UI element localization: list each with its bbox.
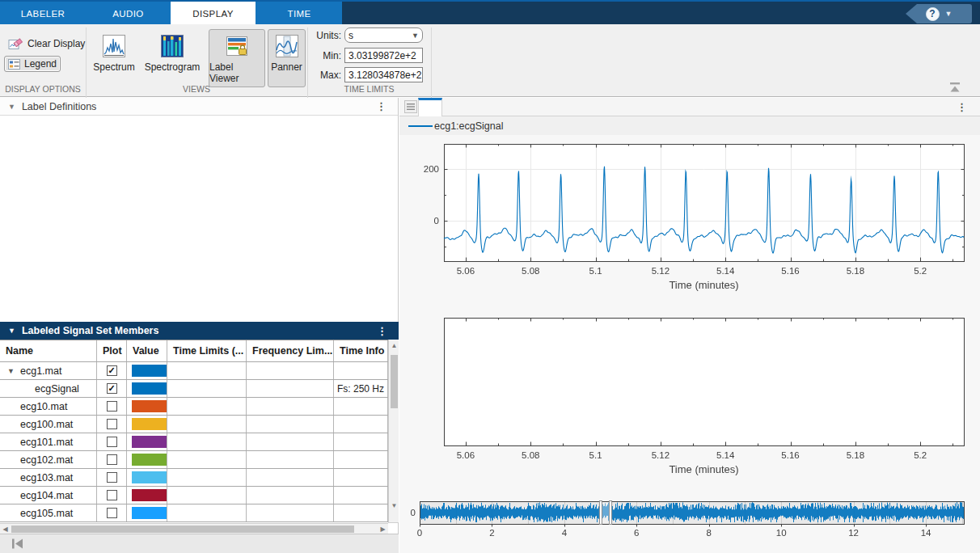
column-header-name[interactable]: Name — [0, 340, 97, 361]
panner-button[interactable]: Panner — [268, 29, 306, 87]
color-swatch[interactable] — [132, 454, 167, 466]
max-time-input[interactable]: 3.128034878e+2 — [344, 67, 423, 82]
spectrum-button[interactable]: Spectrum — [91, 29, 137, 87]
scroll-up-arrow-icon[interactable]: ▲ — [389, 340, 399, 351]
table-horizontal-scrollbar[interactable]: ◀ ▶ — [0, 523, 388, 534]
value-cell — [127, 433, 167, 450]
name-cell[interactable]: ecg104.mat — [0, 487, 97, 504]
plot-cell — [97, 451, 127, 468]
clear-display-button[interactable]: Clear Display — [4, 35, 89, 53]
minimize-ribbon-button[interactable] — [948, 82, 962, 93]
plot-checkbox[interactable] — [107, 490, 117, 500]
tab-display[interactable]: DISPLAY — [171, 2, 256, 26]
labeled-signal-set-members-header[interactable]: ▼ Labeled Signal Set Members ⋮ — [0, 322, 399, 340]
table-header-row: NamePlotValueTime Limits (...Frequency L… — [0, 340, 388, 362]
vertical-scroll-thumb[interactable] — [391, 355, 398, 408]
time-limits-cell — [167, 451, 247, 468]
ecg-signal-plot[interactable] — [399, 135, 980, 310]
plot-checkbox[interactable] — [107, 454, 117, 465]
spectrogram-button[interactable]: Spectrogram — [139, 29, 205, 87]
list-icon — [407, 103, 415, 110]
table-row[interactable]: ecg100.mat — [0, 416, 388, 433]
color-swatch[interactable] — [132, 382, 167, 395]
table-row[interactable]: ecg103.mat — [0, 469, 388, 487]
scroll-down-arrow-icon[interactable]: ▼ — [389, 500, 399, 511]
table-row[interactable]: ecg101.mat — [0, 433, 388, 451]
table-row[interactable]: ecg10.mat — [0, 398, 388, 416]
time-limits-cell — [167, 487, 247, 504]
time-limits-cell — [167, 504, 247, 521]
time-info-cell — [334, 416, 388, 433]
table-row[interactable]: ▼ecg1.mat✓ — [0, 362, 388, 380]
time-info-cell — [334, 433, 388, 450]
plot-checkbox[interactable]: ✓ — [107, 383, 117, 394]
column-header-value[interactable]: Value — [127, 340, 167, 361]
column-header-time-info[interactable]: Time Info — [334, 340, 388, 361]
panel-menu-icon[interactable]: ⋮ — [376, 100, 387, 112]
column-header-frequency-limits[interactable]: Frequency Lim... — [247, 340, 334, 361]
spectrum-label: Spectrum — [93, 61, 134, 73]
plot-checkbox[interactable] — [107, 401, 117, 412]
legend-icon — [8, 59, 20, 70]
color-swatch[interactable] — [132, 489, 167, 501]
ribbon: Clear Display Legend DISPLAY OPTIONS Spe… — [0, 24, 980, 97]
table-row[interactable]: ecgSignal✓Fs: 250 Hz — [0, 380, 388, 398]
name-cell[interactable]: ecg10.mat — [0, 398, 97, 415]
plot-panel-menu-icon[interactable]: ⋮ — [957, 101, 967, 113]
plot-checkbox[interactable] — [107, 437, 117, 447]
tab-time[interactable]: TIME — [256, 2, 343, 26]
time-limits-cell — [167, 362, 247, 379]
time-info-cell — [334, 362, 388, 379]
clear-display-label: Clear Display — [27, 38, 85, 49]
plot-checkbox[interactable] — [107, 472, 117, 483]
horizontal-scroll-thumb[interactable] — [11, 526, 354, 533]
label-viewer-button[interactable]: Label Viewer — [209, 29, 265, 87]
tab-audio[interactable]: AUDIO — [86, 2, 171, 26]
plot-checkbox[interactable] — [107, 419, 117, 429]
column-header-plot[interactable]: Plot — [97, 340, 127, 361]
label-definitions-title: Label Definitions — [22, 101, 96, 112]
tab-labeler[interactable]: LABELER — [0, 2, 86, 26]
plot-checkbox[interactable] — [107, 508, 117, 518]
color-swatch[interactable] — [132, 418, 167, 430]
name-cell[interactable]: ecg102.mat — [0, 451, 97, 468]
collapse-panel-icon[interactable] — [11, 538, 23, 549]
table-row[interactable]: ecg104.mat — [0, 487, 388, 504]
table-vertical-scrollbar[interactable]: ▲ ▼ — [388, 340, 399, 523]
plot-tab-strip: ⋮ — [399, 98, 980, 116]
panner-overview-plot[interactable] — [399, 485, 980, 553]
color-swatch[interactable] — [132, 436, 167, 448]
value-cell — [127, 362, 167, 379]
color-swatch[interactable] — [132, 471, 167, 483]
clear-display-icon — [8, 37, 23, 50]
panner-icon — [275, 34, 299, 58]
table-row[interactable]: ecg102.mat — [0, 451, 388, 469]
name-cell[interactable]: ecg103.mat — [0, 469, 97, 486]
section-views: VIEWS — [86, 84, 307, 94]
column-header-time-limits[interactable]: Time Limits (... — [167, 340, 247, 361]
label-definitions-header[interactable]: ▼ Label Definitions ⋮ — [0, 98, 398, 116]
name-cell[interactable]: ecgSignal — [0, 380, 97, 397]
min-time-input[interactable]: 3.03199872e+2 — [344, 48, 423, 63]
value-cell — [127, 416, 167, 433]
spectrogram-icon — [160, 34, 184, 58]
help-button[interactable]: ? ▼ — [906, 4, 972, 23]
time-limits-cell — [167, 398, 247, 415]
label-viewer-axes[interactable] — [399, 310, 980, 485]
value-cell — [127, 504, 167, 521]
table-row[interactable]: ecg105.mat — [0, 504, 388, 522]
tab-list-button[interactable] — [404, 100, 417, 113]
name-cell[interactable]: ecg100.mat — [0, 416, 97, 433]
color-swatch[interactable] — [132, 400, 167, 412]
name-cell[interactable]: ecg101.mat — [0, 433, 97, 450]
plot-checkbox[interactable]: ✓ — [107, 365, 117, 376]
legend-toggle-button[interactable]: Legend — [4, 56, 61, 72]
color-swatch[interactable] — [132, 507, 167, 519]
panel-menu-icon[interactable]: ⋮ — [377, 325, 387, 337]
color-swatch[interactable] — [132, 365, 167, 377]
units-select[interactable]: s ▼ — [344, 27, 423, 43]
row-expander-icon[interactable]: ▼ — [7, 367, 15, 375]
name-cell[interactable]: ecg105.mat — [0, 504, 97, 521]
name-cell[interactable]: ▼ecg1.mat — [0, 362, 97, 379]
active-display-tab[interactable] — [418, 98, 442, 116]
